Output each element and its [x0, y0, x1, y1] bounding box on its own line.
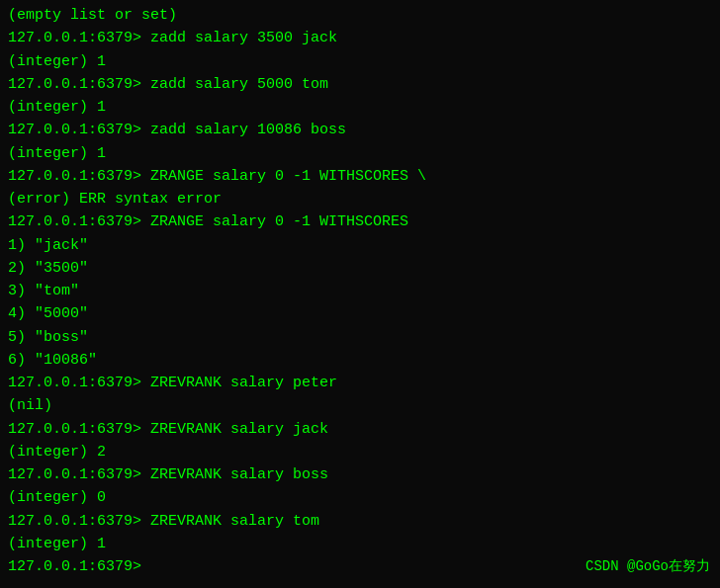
terminal-line: (integer) 1 — [8, 142, 712, 165]
terminal-line: (integer) 1 — [8, 50, 712, 73]
terminal-line: 2) "3500" — [8, 257, 712, 280]
terminal-line: 127.0.0.1:6379> ZREVRANK salary tom — [8, 510, 712, 533]
terminal-line: 127.0.0.1:6379> ZRANGE salary 0 -1 WITHS… — [8, 165, 712, 188]
terminal: (empty list or set)127.0.0.1:6379> zadd … — [0, 0, 720, 588]
terminal-line: (nil) — [8, 394, 712, 417]
terminal-line: (integer) 1 — [8, 96, 712, 119]
terminal-line: (empty list or set) — [8, 4, 712, 27]
terminal-output: (empty list or set)127.0.0.1:6379> zadd … — [8, 4, 712, 578]
terminal-line: 127.0.0.1:6379> zadd salary 3500 jack — [8, 27, 712, 49]
watermark: CSDN @GoGo在努力 — [585, 556, 710, 578]
terminal-line: 127.0.0.1:6379> zadd salary 10086 boss — [8, 119, 712, 141]
terminal-line: 127.0.0.1:6379> ZREVRANK salary peter — [8, 372, 712, 394]
terminal-line: 127.0.0.1:6379> ZREVRANK salary boss — [8, 463, 712, 486]
terminal-line: 3) "tom" — [8, 280, 712, 302]
terminal-line: (integer) 1 — [8, 533, 712, 555]
terminal-line: 4) "5000" — [8, 302, 712, 325]
terminal-line: (error) ERR syntax error — [8, 188, 712, 210]
terminal-line: 127.0.0.1:6379> ZREVRANK salary jack — [8, 418, 712, 441]
terminal-line: 5) "boss" — [8, 326, 712, 349]
terminal-line: 1) "jack" — [8, 234, 712, 257]
terminal-line: 6) "10086" — [8, 349, 712, 372]
terminal-line: 127.0.0.1:6379> ZRANGE salary 0 -1 WITHS… — [8, 210, 712, 233]
terminal-line: 127.0.0.1:6379> zadd salary 5000 tom — [8, 73, 712, 96]
terminal-line: (integer) 0 — [8, 486, 712, 509]
terminal-line: (integer) 2 — [8, 441, 712, 463]
